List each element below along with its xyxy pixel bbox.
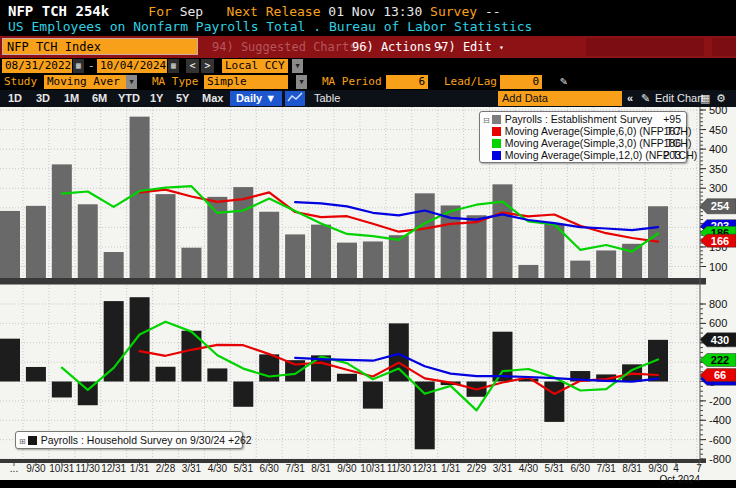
payroll-bar (337, 374, 357, 382)
chart-canvas: 100150200250300350400450500254203186166-… (0, 0, 736, 488)
payroll-bar (156, 194, 176, 278)
payroll-bar (130, 297, 150, 381)
payroll-bar (181, 248, 201, 278)
payroll-bar (389, 235, 409, 278)
payroll-bar (363, 241, 383, 278)
payroll-bar (544, 382, 564, 422)
y-axis-label: 500 (709, 104, 727, 116)
payroll-bar (337, 243, 357, 278)
payroll-bar (104, 252, 124, 278)
legend-item-ma12[interactable]: ⊟Moving Average(Simple,12,0) (NFP TCH)20… (480, 149, 686, 161)
payroll-bar (0, 339, 20, 382)
axis-price-tag-label: 254 (711, 200, 730, 212)
payroll-bar (52, 164, 72, 278)
payroll-bar (285, 234, 305, 278)
x-axis-year-label: Oct 2024 (659, 474, 700, 485)
tree-expander-icon[interactable]: ⊞ (19, 437, 26, 446)
legend-item-ma3[interactable]: ⊟Moving Average(Simple,3,0) (NFP TCH)186 (480, 137, 686, 149)
payroll-bar (596, 250, 616, 278)
payroll-bar (233, 382, 253, 407)
series-swatch (492, 139, 501, 148)
y-axis-label: 600 (709, 317, 727, 329)
y-axis-label: -400 (709, 414, 731, 426)
series-swatch (492, 115, 501, 124)
y-axis-label: 400 (709, 143, 727, 155)
payroll-bar (492, 332, 512, 382)
y-axis-label: 450 (709, 124, 727, 136)
y-axis-label: 100 (709, 261, 727, 273)
axis-price-tag-label: 430 (711, 334, 729, 346)
legend-item-household[interactable]: ⊞Payrolls : Household Survey on 9/30/24 … (16, 432, 242, 448)
y-axis-label: 300 (709, 182, 727, 194)
payroll-bar (259, 212, 279, 278)
payroll-bar (156, 367, 176, 382)
payroll-bar (104, 301, 124, 381)
y-axis-label: 800 (709, 298, 727, 310)
payroll-bar (78, 204, 98, 278)
footer-bar (0, 480, 736, 488)
payroll-bar (311, 225, 331, 278)
top-chart-legend[interactable]: ⊟Payrolls : Establishment Survey+95 ⊟Mov… (479, 111, 687, 163)
axis-price-tag-label: 222 (711, 354, 729, 366)
tree-expander-icon[interactable]: ⊟ (483, 116, 490, 125)
payroll-bar (467, 215, 487, 278)
y-axis-label: -600 (709, 434, 731, 446)
payroll-bar (26, 206, 46, 278)
series-swatch (492, 151, 501, 160)
payroll-bar (52, 382, 72, 398)
payroll-bar (389, 323, 409, 381)
payroll-bar (207, 368, 227, 381)
payroll-bar (130, 117, 150, 278)
payroll-bar (207, 197, 227, 278)
payroll-bar (570, 261, 590, 278)
legend-item-ma6[interactable]: ⊟Moving Average(Simple,6,0) (NFP TCH)167 (480, 125, 686, 137)
payroll-bar (415, 193, 435, 278)
legend-item-payrolls[interactable]: ⊟Payrolls : Establishment Survey+95 (480, 113, 686, 125)
payroll-bar (518, 265, 538, 278)
axis-price-tag-label: 166 (711, 235, 729, 247)
payroll-bar (26, 367, 46, 382)
y-axis-label: -800 (709, 453, 731, 465)
payroll-bar (363, 382, 383, 409)
series-swatch (28, 436, 37, 445)
bottom-chart-legend[interactable]: ⊞Payrolls : Household Survey on 9/30/24 … (15, 431, 243, 449)
panel-divider (0, 278, 706, 285)
axis-price-tag-label: 66 (714, 369, 726, 381)
y-axis-label: -200 (709, 395, 731, 407)
series-swatch (492, 127, 501, 136)
payroll-bar (0, 211, 20, 278)
bloomberg-terminal-window: NFP TCH 254k For Sep Next Release 01 Nov… (0, 0, 736, 488)
payroll-bar (492, 184, 512, 278)
y-axis-label: 350 (709, 163, 727, 175)
